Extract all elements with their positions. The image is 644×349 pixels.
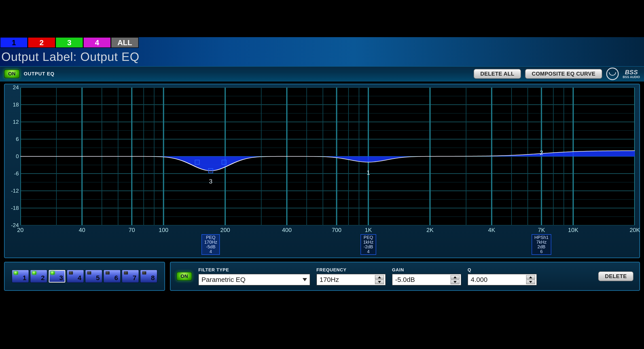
delete-filter-button[interactable]: DELETE: [598, 271, 634, 281]
curve-node-label: 3: [209, 178, 213, 185]
frequency-label: FREQUENCY: [316, 267, 386, 272]
y-tick-label: 0: [6, 153, 19, 160]
x-tick-label: 200: [220, 227, 230, 234]
bank-led-icon: [32, 271, 36, 274]
bank-slot-5[interactable]: 5: [85, 270, 102, 283]
filter-type-select[interactable]: Parametric EQ: [198, 274, 310, 285]
brand-logo-icon: [606, 68, 619, 80]
x-tick-label: 10K: [568, 227, 578, 234]
x-tick-label: 20K: [630, 227, 640, 234]
y-tick-label: -6: [6, 170, 19, 177]
channel-tab-4[interactable]: 4: [83, 37, 111, 48]
channel-tab-all[interactable]: ALL: [111, 37, 139, 48]
gain-step-down[interactable]: [450, 280, 460, 284]
eq-graph-panel: 24181260-6-12-18-242040701002004007001K2…: [4, 84, 640, 258]
filter-tag-3[interactable]: PEQ170Hz-5dB4: [202, 234, 220, 255]
filter-tag-2[interactable]: HPSh17kHz2dB6: [532, 234, 551, 255]
x-tick-label: 400: [282, 227, 292, 234]
channel-tab-2[interactable]: 2: [28, 37, 56, 48]
channel-tab-1[interactable]: 1: [0, 37, 28, 48]
q-input[interactable]: 4.000: [468, 274, 537, 285]
y-tick-label: 6: [6, 136, 19, 142]
eq-graph[interactable]: [20, 88, 635, 225]
gain-step-up[interactable]: [450, 275, 460, 279]
header-bar: 1234ALL Output Label: Output EQ: [0, 37, 644, 66]
filter-handle[interactable]: [208, 168, 213, 173]
y-tick-label: -18: [6, 205, 19, 211]
curve-node-label: 1: [366, 169, 370, 176]
filter-handle[interactable]: [195, 160, 200, 165]
bank-led-icon: [14, 271, 18, 274]
filter-handle[interactable]: [222, 160, 226, 165]
bank-led-icon: [142, 271, 146, 274]
channel-tabs: 1234ALL: [0, 37, 139, 48]
frequency-step-down[interactable]: [375, 280, 384, 284]
q-label: Q: [468, 267, 537, 272]
eq-toolbar: ON OUTPUT EQ DELETE ALL COMPOSITE EQ CUR…: [0, 66, 644, 82]
y-tick-label: 12: [6, 119, 19, 125]
delete-all-button[interactable]: DELETE ALL: [474, 69, 521, 79]
filter-on-toggle[interactable]: ON: [176, 272, 192, 281]
x-tick-label: 70: [128, 227, 135, 234]
brand-text: BSS BSS AUDIO: [623, 69, 640, 79]
bank-led-icon: [124, 271, 128, 274]
curve-node-label: 2: [540, 149, 544, 156]
bank-slot-4[interactable]: 4: [67, 270, 84, 283]
bank-slot-1[interactable]: 1: [12, 270, 29, 283]
y-tick-label: 24: [6, 84, 19, 91]
page-title: Output Label: Output EQ: [1, 50, 139, 64]
bank-slot-7[interactable]: 7: [122, 270, 139, 283]
x-tick-label: 700: [332, 227, 342, 234]
bank-slot-6[interactable]: 6: [104, 270, 120, 283]
q-step-down[interactable]: [526, 280, 535, 284]
y-tick-label: -12: [6, 188, 19, 194]
composite-eq-button[interactable]: COMPOSITE EQ CURVE: [525, 69, 602, 79]
frequency-step-up[interactable]: [375, 275, 384, 279]
filter-type-label: FILTER TYPE: [198, 267, 310, 272]
q-step-up[interactable]: [526, 275, 535, 279]
filter-bank: 12345678: [4, 262, 165, 291]
bank-led-icon: [87, 271, 91, 274]
filter-tag-1[interactable]: PEQ1kHz-2dB4: [360, 234, 376, 255]
frequency-input[interactable]: 170Hz: [316, 274, 386, 285]
section-label: OUTPUT EQ: [24, 71, 54, 77]
x-tick-label: 4K: [488, 227, 495, 234]
bank-led-icon: [106, 271, 110, 274]
x-tick-label: 20: [17, 227, 24, 234]
filter-params-panel: ON FILTER TYPE Parametric EQ FREQUENCY 1…: [170, 262, 640, 291]
x-tick-label: 2K: [426, 227, 434, 234]
bank-led-icon: [69, 271, 73, 274]
channel-tab-3[interactable]: 3: [56, 37, 83, 48]
gain-input[interactable]: -5.0dB: [392, 274, 461, 285]
eq-on-toggle[interactable]: ON: [4, 69, 20, 78]
y-tick-label: 18: [6, 102, 19, 108]
bank-led-icon: [50, 271, 54, 274]
gain-label: GAIN: [392, 267, 461, 272]
x-tick-label: 100: [159, 227, 168, 234]
bank-slot-8[interactable]: 8: [140, 270, 157, 283]
bank-slot-2[interactable]: 2: [30, 270, 47, 283]
x-tick-label: 40: [79, 227, 85, 234]
x-tick-label: 1K: [365, 227, 372, 234]
x-tick-label: 7K: [538, 227, 545, 234]
bank-slot-3[interactable]: 3: [48, 270, 66, 283]
